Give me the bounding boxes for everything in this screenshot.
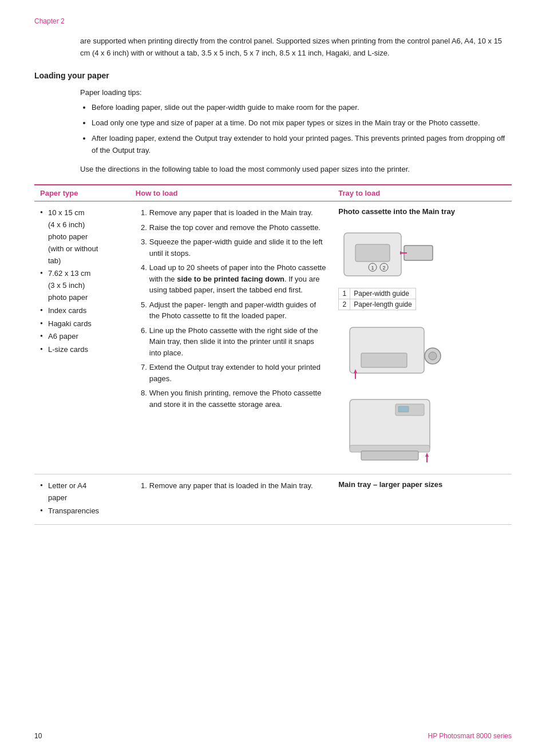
footer-product-name: HP Photosmart 8000 series [428,732,512,740]
col-header-paper: Paper type [34,185,130,201]
tray-to-load-cell-2: Main tray – larger paper sizes [333,474,512,524]
how-step: 3.Squeeze the paper-width guide and slid… [136,236,327,259]
section-title: Loading your paper [34,71,512,80]
diagram-svg-2 [338,322,458,390]
paper-item: Transparencies [40,505,124,517]
svg-rect-21 [398,406,409,412]
paper-table: Paper type How to load Tray to load 10 x… [34,184,512,524]
diagram-area-1: 1 2 1 Paper-width guide [338,221,506,468]
how-list: 1.Remove any paper that is loaded in the… [136,207,327,410]
svg-text:1: 1 [371,265,374,271]
how-step: 5.Adjust the paper- length and paper-wid… [136,299,327,322]
how-step: 8.When you finish printing, remove the P… [136,387,327,410]
how-step: 6.Line up the Photo cassette with the ri… [136,325,327,359]
how-to-load-cell-2: 1.Remove any paper that is loaded in the… [130,474,333,524]
paper-list: 10 x 15 cm(4 x 6 inch)photo paper(with o… [40,207,124,356]
tray-title-2: Main tray – larger paper sizes [338,480,506,489]
intro-text: are supported when printing directly fro… [80,35,512,60]
how-step: 1.Remove any paper that is loaded in the… [136,207,327,219]
svg-rect-10 [361,353,407,367]
col-header-how: How to load [130,185,333,201]
paper-item: 10 x 15 cm(4 x 6 inch)photo paper(with o… [40,207,124,267]
page: Chapter 2 are supported when printing di… [0,0,546,756]
paper-item: Index cards [40,305,124,317]
how-to-load-cell: 1.Remove any paper that is loaded in the… [130,201,333,474]
tray-to-load-cell: Photo cassette into the Main tray [333,201,512,474]
tips-list: Before loading paper, slide out the pape… [92,102,512,156]
tip-item: Load only one type and size of paper at … [92,117,512,129]
label-text: Paper-width guide [350,288,416,299]
diagram-labels: 1 Paper-width guide 2 Paper-length guide [338,288,416,310]
paper-item: L-size cards [40,344,124,356]
svg-marker-4 [400,251,403,255]
col-header-tray: Tray to load [333,185,512,201]
svg-rect-18 [361,451,418,460]
directions-text: Use the directions in the following tabl… [80,164,512,176]
paper-item: Letter or A4paper [40,480,124,504]
paper-item: Hagaki cards [40,318,124,330]
footer-page-number: 10 [34,732,42,740]
paper-item: 7.62 x 13 cm(3 x 5 inch)photo paper [40,268,124,303]
diagram-label-row: 2 Paper-length guide [339,299,416,310]
svg-rect-1 [355,244,390,262]
tips-intro: Paper loading tips: [80,87,512,99]
how-step: 7.Extend the Output tray extender to hol… [136,362,327,384]
paper-type-cell: 10 x 15 cm(4 x 6 inch)photo paper(with o… [34,201,130,474]
paper-item: A6 paper [40,331,124,343]
svg-text:2: 2 [383,265,386,271]
label-num: 2 [339,299,350,310]
diagram-svg-3 [338,394,458,468]
section-body: Paper loading tips: Before loading paper… [80,87,512,176]
tip-item: Before loading paper, slide out the pape… [92,102,512,114]
diagram-svg-1: 1 2 [338,221,458,284]
how-step: 2.Raise the top cover and remove the Pho… [136,222,327,233]
how-list-2: 1.Remove any paper that is loaded in the… [136,480,327,492]
how-step: 4.Load up to 20 sheets of paper into the… [136,262,327,296]
table-row: 10 x 15 cm(4 x 6 inch)photo paper(with o… [34,201,512,474]
how-step: 1.Remove any paper that is loaded in the… [136,480,327,492]
tray-title: Photo cassette into the Main tray [338,207,506,216]
bold-text: side to be printed facing down [177,275,284,283]
svg-point-12 [429,352,437,360]
label-text: Paper-length guide [350,299,416,310]
paper-type-cell-2: Letter or A4paper Transparencies [34,474,130,524]
svg-rect-2 [404,246,433,260]
svg-marker-20 [425,453,429,457]
diagram-label-row: 1 Paper-width guide [339,288,416,299]
label-num: 1 [339,288,350,299]
chapter-label: Chapter 2 [34,17,512,25]
table-row: Letter or A4paper Transparencies 1.Remov… [34,474,512,524]
footer: 10 HP Photosmart 8000 series [34,732,512,740]
tip-item: After loading paper, extend the Output t… [92,133,512,157]
paper-list-2: Letter or A4paper Transparencies [40,480,124,517]
